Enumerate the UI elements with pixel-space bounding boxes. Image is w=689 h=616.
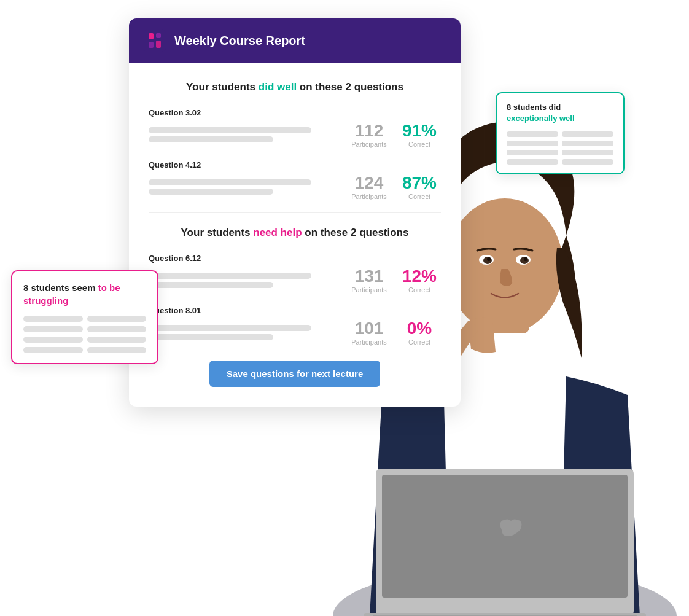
popup-left-bar-8 xyxy=(87,347,147,353)
participants-label: Participants xyxy=(348,193,391,200)
section-help-highlight: need help xyxy=(253,227,302,238)
question-612-bars xyxy=(149,273,340,288)
popup-left-bar-5 xyxy=(23,337,83,343)
popup-left-row-2 xyxy=(23,326,146,332)
correct-label: Correct xyxy=(398,193,441,200)
popup-exceptionally-well: 8 students did exceptionally well xyxy=(496,92,625,174)
scene: Weekly Course Report Your students did w… xyxy=(0,0,689,616)
question-801-participants: 101 Participants xyxy=(348,320,391,346)
question-612-label: Question 6.12 xyxy=(149,254,441,263)
svg-rect-15 xyxy=(149,42,154,48)
correct-num: 91% xyxy=(398,122,441,139)
svg-point-2 xyxy=(446,198,563,333)
popup-right-row-3 xyxy=(507,150,613,155)
participants-label: Participants xyxy=(348,141,391,148)
popup-right-row-4 xyxy=(507,159,613,165)
section-help-prefix: Your students xyxy=(181,227,254,238)
participants-num: 101 xyxy=(348,320,391,337)
card-title: Weekly Course Report xyxy=(174,34,305,48)
bar-6 xyxy=(149,282,273,288)
bar-2 xyxy=(149,136,273,142)
section-well-prefix: Your students xyxy=(186,81,259,93)
bar-5 xyxy=(149,273,311,279)
app-logo xyxy=(144,29,166,52)
question-412-participants: 124 Participants xyxy=(348,174,391,200)
popup-left-bar-6 xyxy=(87,337,147,343)
question-row-412: Question 4.12 124 Participants 87% Corre… xyxy=(149,160,441,200)
popup-left-bar-3 xyxy=(23,326,83,332)
popup-right-highlight: exceptionally well xyxy=(507,114,575,123)
popup-left-prefix: 8 students xyxy=(23,283,72,293)
question-612-participants: 131 Participants xyxy=(348,268,391,294)
bar-1 xyxy=(149,127,311,133)
svg-rect-17 xyxy=(156,41,161,48)
section-well-highlight: did well xyxy=(259,81,297,93)
participants-num: 124 xyxy=(348,174,391,192)
correct-label: Correct xyxy=(398,141,441,148)
save-button[interactable]: Save questions for next lecture xyxy=(209,361,381,387)
popup-left-rows xyxy=(23,316,146,353)
section-help-title: Your students need help on these 2 quest… xyxy=(149,225,441,240)
question-412-content: 124 Participants 87% Correct xyxy=(149,174,441,200)
popup-left-bar-4 xyxy=(87,326,147,332)
correct-num: 87% xyxy=(398,174,441,192)
card-body: Your students did well on these 2 questi… xyxy=(129,63,461,407)
card-header: Weekly Course Report xyxy=(129,18,461,63)
popup-left-row-1 xyxy=(23,316,146,322)
question-302-label: Question 3.02 xyxy=(149,108,441,117)
bar-4 xyxy=(149,189,273,195)
correct-num: 0% xyxy=(398,320,441,337)
question-302-participants: 112 Participants xyxy=(348,122,391,148)
popup-bar-8 xyxy=(562,159,613,165)
popup-left-bar-7 xyxy=(23,347,83,353)
bar-3 xyxy=(149,179,311,185)
popup-bar-1 xyxy=(507,131,558,137)
popup-left-bold: seem xyxy=(72,283,95,293)
popup-bar-2 xyxy=(562,131,613,137)
popup-left-bar-1 xyxy=(23,316,83,322)
popup-bar-5 xyxy=(507,150,558,155)
question-412-correct: 87% Correct xyxy=(398,174,441,200)
question-612-correct: 12% Correct xyxy=(398,268,441,294)
question-302-content: 112 Participants 91% Correct xyxy=(149,122,441,148)
svg-point-7 xyxy=(487,257,491,261)
svg-rect-16 xyxy=(156,33,161,38)
section-divider xyxy=(149,212,441,213)
popup-left-row-3 xyxy=(23,337,146,343)
question-302-correct: 91% Correct xyxy=(398,122,441,148)
question-row-801: Question 8.01 101 Participants 0% Correc… xyxy=(149,306,441,346)
question-412-label: Question 4.12 xyxy=(149,160,441,170)
svg-point-8 xyxy=(524,257,527,261)
participants-label: Participants xyxy=(348,338,391,346)
question-row-612: Question 6.12 131 Participants 12% Corre… xyxy=(149,254,441,294)
correct-num: 12% xyxy=(398,268,441,285)
popup-bar-3 xyxy=(507,141,558,146)
section-well-suffix: on these 2 questions xyxy=(297,81,403,93)
question-801-bars xyxy=(149,325,340,340)
main-card: Weekly Course Report Your students did w… xyxy=(129,18,461,407)
participants-num: 112 xyxy=(348,122,391,139)
question-row-302: Question 3.02 112 Participants 91% Corre… xyxy=(149,108,441,148)
popup-bar-4 xyxy=(562,141,613,146)
popup-struggling: 8 students seem to be struggling xyxy=(11,270,158,364)
question-801-label: Question 8.01 xyxy=(149,306,441,315)
svg-rect-10 xyxy=(382,475,628,598)
popup-bar-7 xyxy=(507,159,558,165)
correct-label: Correct xyxy=(398,286,441,294)
question-801-correct: 0% Correct xyxy=(398,320,441,346)
popup-right-row-2 xyxy=(507,141,613,146)
question-612-content: 131 Participants 12% Correct xyxy=(149,268,441,294)
popup-right-row-1 xyxy=(507,131,613,137)
bar-7 xyxy=(149,325,311,331)
popup-right-title: 8 students did exceptionally well xyxy=(507,102,613,124)
section-well-title: Your students did well on these 2 questi… xyxy=(149,80,441,95)
correct-label: Correct xyxy=(398,338,441,346)
participants-num: 131 xyxy=(348,268,391,285)
popup-left-row-4 xyxy=(23,347,146,353)
popup-bar-6 xyxy=(562,150,613,155)
question-302-bars xyxy=(149,127,340,142)
section-help-suffix: on these 2 questions xyxy=(302,227,409,238)
popup-left-title: 8 students seem to be struggling xyxy=(23,281,146,307)
question-801-content: 101 Participants 0% Correct xyxy=(149,320,441,346)
svg-rect-13 xyxy=(144,29,166,52)
